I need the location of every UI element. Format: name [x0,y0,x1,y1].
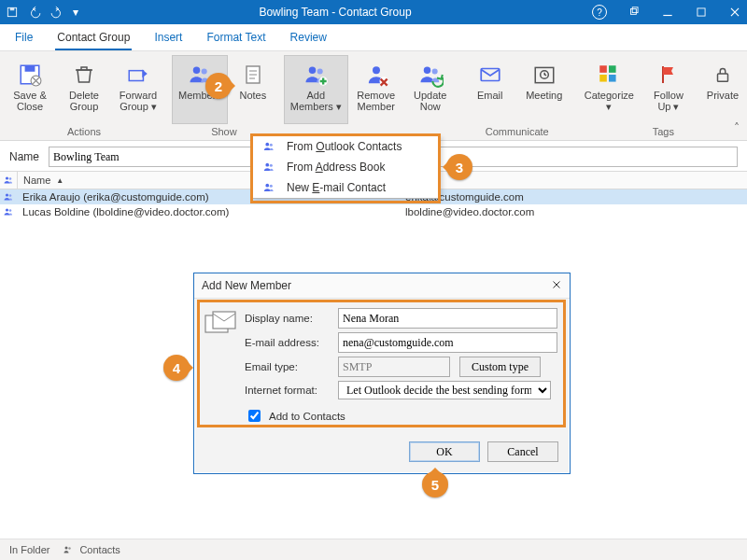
add-members-menu: From Outlook ContactsFrom Address BookNe… [252,135,441,199]
svg-rect-22 [600,75,608,82]
svg-rect-8 [631,9,637,15]
icon-column[interactable] [0,172,18,189]
update-icon [417,60,444,90]
close-icon[interactable] [728,6,741,19]
add-to-contacts-checkbox[interactable] [248,410,261,422]
flag-icon [657,60,680,90]
ribbon-tabs: File Contact Group Insert Format Text Re… [0,24,747,51]
dialog-title: Add New Member [202,279,291,292]
ok-button[interactable]: OK [409,441,480,462]
undo-icon[interactable] [28,6,41,19]
internet-format-label: Internet format: [245,385,338,396]
menu-item[interactable]: New E-mail Contact [253,177,440,198]
redo-icon[interactable] [50,6,63,19]
menu-item-icon [261,181,277,194]
cancel-button[interactable]: Cancel [487,441,558,462]
svg-point-26 [65,547,68,550]
svg-rect-7 [10,7,15,10]
group-communicate: Email Meeting Communicate [460,51,574,140]
member-email: erika@customguide.com [405,191,747,203]
delete-group-button[interactable]: Delete Group [58,55,110,124]
menu-item-icon [261,161,277,174]
svg-rect-20 [600,65,608,73]
contact-icon [0,191,17,203]
svg-rect-12 [25,65,35,72]
member-name: Lucas Boldine (lboldine@video.doctor.com… [17,206,405,217]
help-icon[interactable]: ? [592,5,607,20]
member-email: lboldine@video.doctor.com [405,206,747,217]
status-bar: In Folder Contacts [0,539,747,560]
menu-item-label: From Address Book [287,161,385,174]
table-row[interactable]: Lucas Boldine (lboldine@video.doctor.com… [0,204,747,219]
add-members-button[interactable]: Add Members ▾ [284,55,348,124]
menu-item-label: New E-mail Contact [287,181,386,194]
forward-icon [126,60,150,90]
remove-member-button[interactable]: Remove Member [350,55,402,124]
contact-icon [0,206,17,217]
menu-item-label: From Outlook Contacts [287,140,402,153]
window-buttons: ? [592,5,741,20]
svg-rect-23 [609,75,616,82]
email-icon [477,60,503,90]
window-title: Bowling Team - Contact Group [78,6,592,19]
contact-card-icon [204,304,245,344]
save-close-icon [18,60,42,90]
email-address-label: E-mail address: [245,337,338,348]
dialog-close-icon[interactable] [551,279,562,293]
group-actions: Save & Close Delete Group Forward Group … [0,51,168,140]
tab-contact-group[interactable]: Contact Group [55,25,132,50]
svg-rect-21 [609,65,616,73]
callout-5: 5 [422,471,448,497]
tab-review[interactable]: Review [289,25,329,50]
forward-group-button[interactable]: Forward Group ▾ [112,55,164,124]
notes-icon [242,60,264,90]
tab-file[interactable]: File [13,25,35,50]
tab-format-text[interactable]: Format Text [204,25,267,50]
menu-item[interactable]: From Address Book [253,157,440,177]
minimize-icon[interactable] [661,6,674,19]
status-in-folder: In Folder [9,544,49,555]
maximize-icon[interactable] [695,6,708,19]
svg-point-27 [69,547,71,549]
group-tags: Categorize ▾ Follow Up ▾ Private Tags [574,51,747,140]
email-type-input [338,357,450,377]
meeting-icon [531,60,557,90]
name-label: Name [9,150,39,163]
email-address-input[interactable] [338,332,557,353]
svg-rect-10 [698,8,705,16]
add-to-contacts-label: Add to Contacts [269,411,345,422]
status-contacts: Contacts [61,544,120,555]
svg-rect-25 [213,312,235,329]
update-now-button[interactable]: Update Now [404,55,457,124]
add-new-member-dialog: Add New Member Display name: E-mail addr… [193,273,571,474]
display-name-input[interactable] [338,308,557,329]
svg-rect-14 [129,71,143,81]
meeting-button[interactable]: Meeting [518,55,571,124]
ribbon: Save & Close Delete Group Forward Group … [0,51,747,141]
private-button[interactable]: Private [697,55,747,124]
email-button[interactable]: Email [464,55,516,124]
quick-access-toolbar: ▾ [6,6,78,19]
categorize-icon [596,60,622,90]
callout-3: 3 [446,154,472,180]
save-icon[interactable] [6,6,19,19]
custom-type-button[interactable]: Custom type [459,357,541,377]
tab-insert[interactable]: Insert [152,25,184,50]
trash-icon [73,60,95,90]
display-name-label: Display name: [245,313,338,324]
follow-up-button[interactable]: Follow Up ▾ [642,55,695,124]
remove-member-icon [363,60,389,90]
add-members-icon [303,60,329,90]
restore-icon[interactable] [627,6,641,19]
collapse-ribbon-icon[interactable]: ˄ [734,121,740,134]
menu-item-icon [261,140,277,153]
callout-4: 4 [163,355,190,381]
svg-rect-9 [632,7,638,13]
internet-format-select[interactable]: Let Outlook decide the best sending form [338,381,551,399]
people-icon [61,544,76,555]
categorize-button[interactable]: Categorize ▾ [578,55,641,124]
lock-icon [712,60,733,90]
save-close-button[interactable]: Save & Close [4,55,56,124]
menu-item[interactable]: From Outlook Contacts [253,136,440,157]
group-members: Add Members ▾ Remove Member Update Now [280,51,460,140]
